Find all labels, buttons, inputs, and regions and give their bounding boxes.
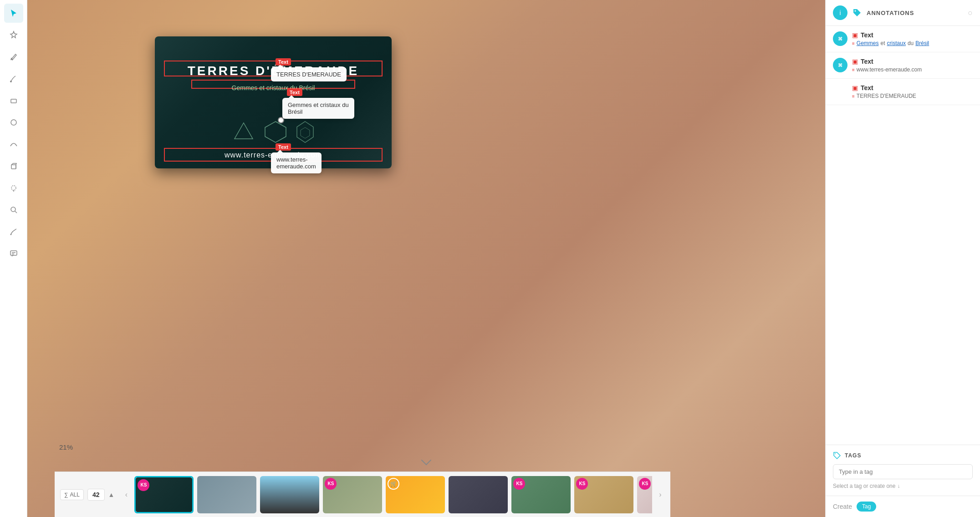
thumbnail-2[interactable] bbox=[197, 476, 256, 513]
svg-point-12 bbox=[855, 10, 856, 12]
select-tag-hint: Select a tag or create one ↓ bbox=[833, 483, 973, 489]
annotation-value-2: ≡ www.terres-emeraude.com bbox=[852, 66, 973, 73]
annotation-type-icon-2: ▣ bbox=[852, 58, 858, 65]
annotation-list: ⌘ ▣ Text ≡ Gemmes et cristaux du Brésil … bbox=[826, 26, 980, 235]
bottom-controls: ∑ ALL 42 ▲ bbox=[60, 489, 114, 501]
annotation-type-label-3: Text bbox=[861, 84, 873, 91]
business-card: TERRES D'ÉMERAUDE Gemmes et cristaux du … bbox=[155, 36, 392, 168]
tooltip-popup-2: Gemmes et cristaux duBrésil bbox=[282, 98, 354, 119]
create-label[interactable]: Create bbox=[833, 503, 852, 510]
zoom-level: 21% bbox=[59, 443, 73, 451]
card-geometry bbox=[232, 121, 314, 143]
annotation-text-du: du bbox=[908, 40, 914, 46]
hint-arrow: ↓ bbox=[897, 483, 900, 489]
annotation-text-et: et bbox=[881, 40, 885, 46]
annotation-link-cristaux[interactable]: cristaux bbox=[887, 40, 906, 46]
tags-section: TAGS Select a tag or create one ↓ bbox=[826, 445, 980, 496]
brush-tool[interactable] bbox=[4, 69, 23, 88]
info-icon-btn[interactable]: i bbox=[833, 5, 847, 20]
annotation-lines-icon-1: ≡ bbox=[852, 41, 855, 46]
avatar-9: KS bbox=[639, 478, 651, 490]
tags-icon bbox=[833, 451, 841, 460]
svg-point-0 bbox=[10, 81, 12, 82]
card-subtitle-text: Gemmes et cristaux du Brésil bbox=[168, 84, 378, 91]
annotation-link-bresil[interactable]: Brésil bbox=[915, 40, 929, 46]
toggle-icon[interactable]: ○ bbox=[968, 8, 973, 18]
strip-right-arrow[interactable]: › bbox=[656, 476, 665, 513]
tags-header: TAGS bbox=[833, 451, 973, 460]
thumbnail-6[interactable] bbox=[449, 476, 508, 513]
pen-tool[interactable] bbox=[4, 47, 23, 66]
tooltip-content-1: TERRES D'EMERAUDE bbox=[276, 71, 341, 78]
svg-point-2 bbox=[11, 120, 16, 125]
circle-tool[interactable] bbox=[4, 113, 23, 132]
tooltip-popup-3: www.terres-emeraude.com bbox=[271, 152, 322, 173]
annotation-item-1: ⌘ ▣ Text ≡ Gemmes et cristaux du Brésil bbox=[826, 26, 980, 52]
trail-tool[interactable] bbox=[4, 222, 23, 241]
annotation-item-3: ▣ Text ≡ TERRES D'EMERAUDE bbox=[826, 79, 980, 105]
annotation-text-website: www.terres-emeraude.com bbox=[857, 66, 922, 73]
annotation-type-row-3: ▣ Text bbox=[852, 84, 973, 91]
annotation-type-row-1: ▣ Text bbox=[852, 31, 973, 39]
smart-select-tool[interactable] bbox=[4, 25, 23, 45]
annotation-type-label-1: Text bbox=[861, 31, 873, 39]
select-tool[interactable] bbox=[4, 4, 23, 23]
strip-left-arrow[interactable]: ‹ bbox=[122, 476, 131, 513]
avatar-1: KS bbox=[138, 479, 149, 491]
svg-point-4 bbox=[11, 186, 16, 190]
svg-rect-1 bbox=[11, 99, 16, 103]
annotation-lines-icon-3: ≡ bbox=[852, 94, 855, 99]
thumbnail-5[interactable]: 🛒 bbox=[386, 476, 445, 513]
tag-badge-button[interactable]: Tag bbox=[857, 502, 876, 512]
curve-tool[interactable] bbox=[4, 135, 23, 154]
sum-badge: ∑ ALL bbox=[60, 489, 84, 500]
thumbnail-1[interactable]: KS bbox=[134, 476, 194, 513]
panel-header: i ANNOTATIONS ○ bbox=[826, 0, 980, 26]
search-tool[interactable] bbox=[4, 200, 23, 219]
box3d-tool[interactable] bbox=[4, 157, 23, 176]
thumbnail-8[interactable]: KS bbox=[574, 476, 633, 513]
svg-marker-11 bbox=[265, 122, 286, 142]
annotation-text-terres: TERRES D'EMERAUDE bbox=[857, 93, 916, 99]
avatar-4: KS bbox=[325, 478, 337, 490]
svg-rect-7 bbox=[10, 251, 17, 255]
annotation-type-icon-3: ▣ bbox=[852, 84, 858, 91]
svg-marker-10 bbox=[235, 123, 253, 139]
card-area: TERRES D'ÉMERAUDE Gemmes et cristaux du … bbox=[155, 36, 392, 168]
thumbnail-7[interactable]: KS bbox=[511, 476, 571, 513]
thumbnail-4[interactable]: KS bbox=[323, 476, 382, 513]
annotation-content-1: ▣ Text ≡ Gemmes et cristaux du Brésil bbox=[852, 31, 973, 46]
annotation-avatar-1: ⌘ bbox=[833, 31, 847, 46]
annotation-lines-icon-2: ≡ bbox=[852, 67, 855, 72]
tags-title: TAGS bbox=[845, 452, 861, 459]
lasso-tool[interactable] bbox=[4, 178, 23, 198]
annotations-icon bbox=[852, 8, 862, 18]
avatar-7: KS bbox=[513, 478, 525, 490]
all-label: ALL bbox=[70, 492, 80, 498]
thumbnail-3[interactable] bbox=[260, 476, 319, 513]
sort-arrow[interactable]: ▲ bbox=[108, 491, 115, 498]
annotation-item-2: ⌘ ▣ Text ≡ www.terres-emeraude.com bbox=[826, 52, 980, 79]
tag-input[interactable] bbox=[833, 464, 973, 479]
annotation-content-3: ▣ Text ≡ TERRES D'EMERAUDE bbox=[852, 84, 973, 99]
svg-point-5 bbox=[11, 207, 15, 212]
scroll-chevron[interactable] bbox=[421, 459, 432, 467]
svg-point-13 bbox=[835, 453, 836, 454]
left-toolbar bbox=[0, 0, 27, 517]
tooltip-popup-1: TERRES D'EMERAUDE bbox=[271, 67, 347, 81]
comment-tool[interactable] bbox=[4, 244, 23, 263]
canvas-background bbox=[27, 0, 825, 517]
svg-point-6 bbox=[10, 234, 11, 235]
right-panel: i ANNOTATIONS ○ ⌘ ▣ Text ≡ Gemmes et cri… bbox=[825, 0, 980, 517]
eraser-tool[interactable] bbox=[4, 91, 23, 110]
annotation-content-2: ▣ Text ≡ www.terres-emeraude.com bbox=[852, 58, 973, 73]
thumbnail-9[interactable]: KS bbox=[637, 476, 652, 513]
hint-text: Select a tag or create one bbox=[833, 483, 895, 489]
svg-rect-3 bbox=[11, 165, 16, 169]
annotations-title: ANNOTATIONS bbox=[867, 10, 963, 16]
annotation-type-label-2: Text bbox=[861, 58, 873, 65]
annotation-link-gemmes[interactable]: Gemmes bbox=[857, 40, 879, 46]
avatar-8: KS bbox=[576, 478, 588, 490]
annotation-value-3: ≡ TERRES D'EMERAUDE bbox=[852, 93, 973, 99]
annotation-avatar-2: ⌘ bbox=[833, 58, 847, 72]
